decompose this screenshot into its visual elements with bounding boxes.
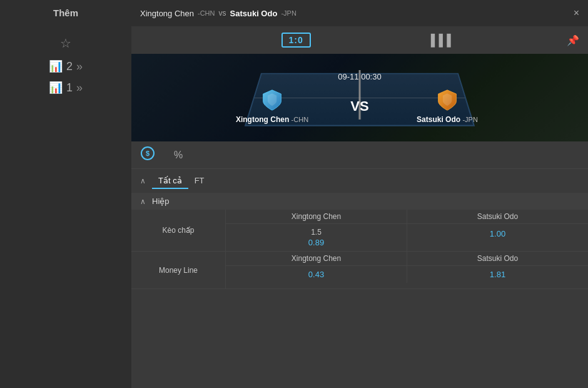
moneyline-odd1[interactable]: 0.43 [226,266,407,283]
header-icons: × [574,8,579,18]
star-icon[interactable]: ☆ [60,36,71,51]
header-vs: vs [219,9,226,18]
stats-icon[interactable]: ▐▐▐ [427,34,450,47]
keochap-col1-header: Xingtong Chen [226,210,407,223]
bet-row-keochap: Kèo chấp Xingtong Chen Satsuki Odo 1.5 0… [131,210,588,252]
betting-table: Kèo chấp Xingtong Chen Satsuki Odo 1.5 0… [131,210,588,388]
sidebar-stats-row-1: 📊 2 » [49,56,83,77]
match-title: Xingtong Chen -CHN vs Satsuki Odo -JPN [140,9,297,18]
keochap-odd2[interactable]: 1.00 [407,224,588,251]
team2-block: Satsuki Odo -JPN [385,89,510,124]
moneyline-col2-header: Satsuki Odo [407,252,588,265]
section-header: ∧ Hiệp [131,193,588,210]
moneyline-odds-row: 0.43 1.81 [226,266,588,283]
moneyline-odd2-container: 1.81 [407,270,588,279]
team1-label: Xingtong Chen -CHN [236,115,308,124]
bet-row-moneyline: Money Line Xingtong Chen Satsuki Odo 0.4… [131,252,588,289]
team1-block: Xingtong Chen -CHN [210,89,335,124]
section-label: Hiệp [152,197,170,206]
section-collapse-icon[interactable]: ∧ [140,197,146,206]
tabs-bar: $ % [131,141,588,169]
moneyline-odd2[interactable]: 1.81 [407,266,588,283]
header-team2-name: Satsuki Odo [230,9,278,18]
header-team1-name: Xingtong Chen [140,9,194,18]
keochap-odd1-handicap: 1.5 [311,228,322,237]
sidebar-star-row: ☆ [0,31,131,56]
pin-icon[interactable]: 📌 [567,34,579,46]
team1-country: -CHN [291,116,309,123]
keochap-odd1[interactable]: 1.5 0.89 [226,224,407,251]
bar-chart-icon-1: 📊 [49,59,63,73]
sidebar: Thêm ☆ 📊 2 » 📊 1 » [0,0,131,388]
team1-shield-icon [261,89,283,111]
bar-chart-icon-2: 📊 [49,81,63,94]
svg-text:$: $ [146,150,150,157]
match-datetime: 09-11 00:30 [338,72,381,81]
keochap-odd2-value: 1.00 [490,229,505,238]
sidebar-title: Thêm [0,5,131,21]
team1-name: Xingtong Chen [236,115,289,124]
close-button[interactable]: × [574,8,579,18]
filter-tab-ft[interactable]: FT [188,173,211,189]
moneyline-col1-header: Xingtong Chen [226,252,407,265]
percent-tab[interactable]: % [174,150,183,161]
stats-count-1: 2 [66,60,73,73]
chevron-right-icon-1[interactable]: » [76,60,83,73]
keochap-odd1-container: 1.5 0.89 [226,228,407,247]
moneyline-odd1-value: 0.43 [308,270,324,279]
match-banner: 09-11 00:30 Xingtong Chen -CHN [131,54,588,141]
team2-country: -JPN [462,116,477,123]
chevron-right-icon-2[interactable]: » [76,81,83,94]
moneyline-odd1-container: 0.43 [226,270,407,279]
bet-data-moneyline: Xingtong Chen Satsuki Odo 0.43 1.81 [225,252,588,288]
team2-label: Satsuki Odo -JPN [417,115,478,124]
filter-row: ∧ Tất cả FT [131,169,588,193]
keochap-header-row: Xingtong Chen Satsuki Odo [226,210,588,224]
team2-name: Satsuki Odo [417,115,460,124]
stats-count-2: 1 [66,81,73,94]
keochap-odd1-value: 0.89 [308,238,324,247]
match-teams: Xingtong Chen -CHN VS [131,89,588,124]
vs-text: VS [335,98,385,115]
moneyline-header-row: Xingtong Chen Satsuki Odo [226,252,588,266]
team2-shield-icon [436,89,459,111]
bet-label-keochap: Kèo chấp [131,210,225,251]
header-bar: Xingtong Chen -CHN vs Satsuki Odo -JPN × [131,0,588,26]
score-bar: 1:0 ▐▐▐ 📌 [131,26,588,54]
moneyline-label: Money Line [159,266,198,275]
score-badge: 1:0 [281,33,311,48]
keochap-odds-row: 1.5 0.89 1.00 [226,224,588,251]
bet-label-moneyline: Money Line [131,252,225,288]
keochap-label: Kèo chấp [162,226,194,235]
moneyline-odd2-value: 1.81 [490,270,505,279]
keochap-col2-header: Satsuki Odo [407,210,588,223]
keochap-odd2-container: 1.00 [407,228,588,238]
main-panel: Xingtong Chen -CHN vs Satsuki Odo -JPN ×… [131,0,588,388]
bet-data-keochap: Xingtong Chen Satsuki Odo 1.5 0.89 1.00 [225,210,588,251]
header-team2-country: -JPN [281,9,296,17]
money-tab-icon[interactable]: $ [140,146,155,164]
filter-tab-all[interactable]: Tất cả [152,173,188,189]
header-team1-country: -CHN [198,9,215,17]
sidebar-stats-row-2: 📊 1 » [49,77,83,98]
filter-collapse-icon[interactable]: ∧ [140,176,146,185]
